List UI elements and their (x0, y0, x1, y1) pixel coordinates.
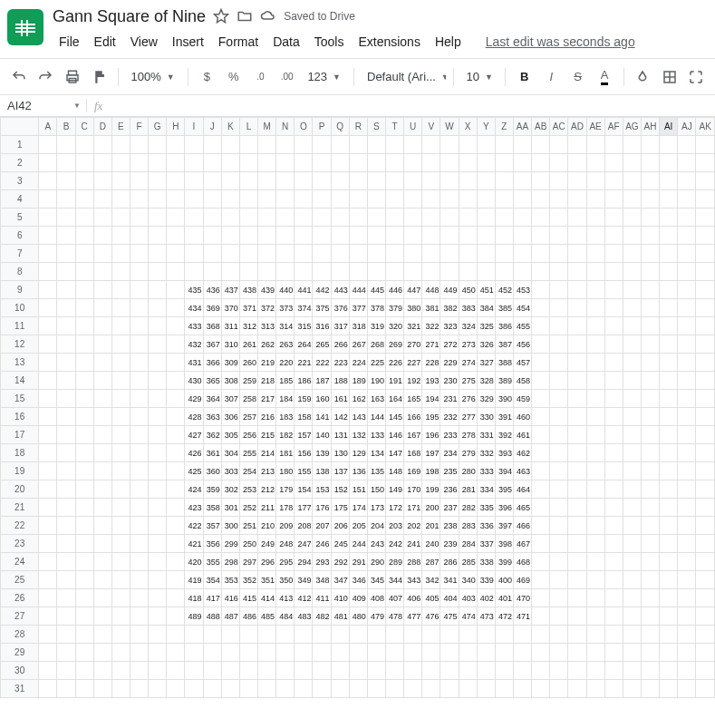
cell[interactable]: 402 (477, 589, 495, 607)
row-header-3[interactable]: 3 (1, 172, 39, 190)
cell[interactable]: 394 (495, 462, 513, 480)
cell[interactable] (568, 480, 586, 499)
cell[interactable]: 284 (459, 535, 477, 553)
cell[interactable] (604, 626, 623, 644)
cell[interactable]: 441 (295, 281, 313, 299)
cell[interactable]: 486 (239, 607, 257, 626)
cell[interactable] (295, 227, 313, 245)
cell[interactable] (385, 136, 403, 154)
cell[interactable] (477, 245, 495, 263)
cell[interactable]: 483 (295, 607, 313, 626)
cell[interactable]: 292 (331, 553, 349, 571)
cell[interactable] (149, 426, 167, 444)
cell[interactable] (57, 317, 75, 335)
cell[interactable]: 417 (203, 589, 221, 607)
cell[interactable]: 185 (276, 372, 295, 390)
cell[interactable]: 297 (239, 553, 257, 571)
cell[interactable] (477, 154, 495, 172)
cell[interactable]: 244 (349, 535, 367, 553)
cell[interactable] (586, 517, 604, 535)
cell[interactable] (586, 172, 604, 190)
cell[interactable] (696, 462, 715, 480)
row-header-22[interactable]: 22 (1, 517, 39, 535)
cell[interactable]: 426 (185, 444, 203, 462)
cell[interactable]: 208 (295, 517, 313, 535)
cell[interactable] (75, 462, 93, 480)
cell[interactable]: 412 (295, 589, 313, 607)
cell[interactable] (75, 408, 93, 426)
cell[interactable] (57, 571, 75, 589)
cell[interactable] (678, 390, 696, 408)
cell[interactable] (513, 662, 531, 680)
cloud-saved-icon[interactable] (260, 8, 276, 24)
cell[interactable]: 181 (276, 444, 295, 462)
cell[interactable] (130, 154, 149, 172)
cell[interactable]: 310 (221, 335, 239, 354)
cell[interactable] (678, 607, 696, 626)
cell[interactable] (39, 607, 57, 626)
cell[interactable]: 363 (203, 408, 221, 426)
cell[interactable] (604, 426, 623, 444)
cell[interactable]: 190 (367, 372, 385, 390)
cell[interactable] (39, 408, 57, 426)
cell[interactable] (550, 680, 568, 698)
cell[interactable] (586, 444, 604, 462)
cell[interactable] (75, 535, 93, 553)
cell[interactable] (331, 154, 349, 172)
cell[interactable]: 388 (495, 354, 513, 372)
cell[interactable]: 381 (422, 299, 440, 317)
cell[interactable]: 194 (422, 390, 440, 408)
cell[interactable] (459, 136, 477, 154)
cell[interactable] (276, 680, 295, 698)
cell[interactable] (258, 644, 276, 662)
cell[interactable] (623, 408, 641, 426)
cell[interactable] (604, 571, 623, 589)
cell[interactable]: 385 (495, 299, 513, 317)
cell[interactable] (167, 335, 185, 354)
cell[interactable] (660, 245, 678, 263)
cell[interactable] (167, 480, 185, 499)
cell[interactable]: 262 (258, 335, 276, 354)
cell[interactable] (167, 372, 185, 390)
cell[interactable] (185, 662, 203, 680)
cell[interactable] (167, 172, 185, 190)
menu-view[interactable]: View (124, 32, 164, 52)
cell[interactable]: 411 (313, 589, 331, 607)
cell[interactable] (385, 680, 403, 698)
cell[interactable] (149, 372, 167, 390)
cell[interactable]: 376 (331, 299, 349, 317)
cell[interactable]: 306 (221, 408, 239, 426)
cell[interactable]: 243 (367, 535, 385, 553)
cell[interactable] (404, 245, 422, 263)
cell[interactable]: 197 (422, 444, 440, 462)
cell[interactable]: 231 (440, 390, 459, 408)
cell[interactable]: 273 (459, 335, 477, 354)
row-header-5[interactable]: 5 (1, 209, 39, 227)
cell[interactable] (203, 154, 221, 172)
cell[interactable]: 308 (221, 372, 239, 390)
cell[interactable] (39, 626, 57, 644)
cell[interactable] (604, 607, 623, 626)
cell[interactable] (586, 462, 604, 480)
cell[interactable] (75, 372, 93, 390)
cell[interactable] (167, 426, 185, 444)
cell[interactable] (495, 136, 513, 154)
cell[interactable] (130, 535, 149, 553)
cell[interactable] (532, 426, 550, 444)
cell[interactable] (660, 535, 678, 553)
cell[interactable] (167, 154, 185, 172)
cell[interactable] (313, 245, 331, 263)
cell[interactable] (93, 571, 111, 589)
cell[interactable]: 329 (477, 390, 495, 408)
cell[interactable] (313, 662, 331, 680)
cell[interactable] (422, 190, 440, 209)
cell[interactable]: 474 (459, 607, 477, 626)
cell[interactable] (440, 680, 459, 698)
cell[interactable] (295, 644, 313, 662)
cell[interactable] (586, 499, 604, 517)
cell[interactable] (57, 607, 75, 626)
cell[interactable] (39, 136, 57, 154)
cell[interactable] (93, 354, 111, 372)
col-header-R[interactable]: R (349, 118, 367, 136)
cell[interactable] (111, 607, 130, 626)
